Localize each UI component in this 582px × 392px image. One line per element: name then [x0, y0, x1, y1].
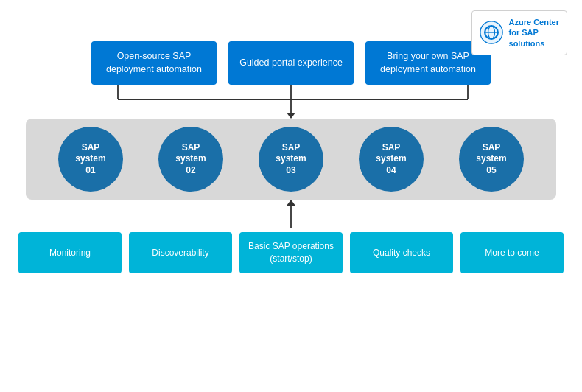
- svg-marker-10: [287, 113, 295, 119]
- middle-band: SAP system 01 SAP system 02 SAP system 0…: [26, 119, 556, 200]
- quality-checks-box: Quality checks: [350, 232, 453, 273]
- more-to-come-box: More to come: [460, 232, 564, 273]
- sap-circle-03: SAP system 03: [259, 127, 323, 192]
- sap-circle-01: SAP system 01: [58, 127, 123, 192]
- sap-circle-02: SAP system 02: [158, 127, 223, 192]
- open-source-box: Open-source SAP deployment automation: [91, 41, 217, 85]
- azure-logo: Azure Centerfor SAPsolutions: [471, 10, 567, 55]
- basic-ops-box: Basic SAP operations (start/stop): [239, 232, 343, 273]
- svg-marker-12: [287, 200, 295, 206]
- sap-circle-04: SAP system 04: [359, 127, 424, 192]
- guided-portal-box: Guided portal experience: [228, 41, 354, 85]
- discoverability-box: Discoverability: [129, 232, 232, 273]
- monitoring-box: Monitoring: [18, 232, 122, 273]
- bottom-connectors-svg: [55, 200, 527, 232]
- top-connectors-svg: [55, 85, 527, 119]
- azure-icon: [480, 21, 503, 44]
- bottom-row: Monitoring Discoverability Basic SAP ope…: [18, 232, 564, 273]
- sap-circle-05: SAP system 05: [459, 127, 524, 192]
- azure-logo-text: Azure Centerfor SAPsolutions: [509, 17, 559, 49]
- page-container: Azure Centerfor SAPsolutions Open-source…: [0, 0, 582, 392]
